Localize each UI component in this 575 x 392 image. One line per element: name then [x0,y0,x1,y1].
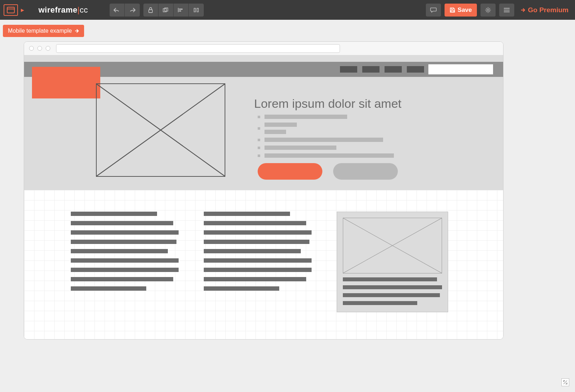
traffic-light-icon [29,46,34,51]
svg-rect-0 [7,7,14,13]
wireframe-canvas[interactable]: Lorem ipsum dolor sit amet [24,41,503,340]
duplicate-button[interactable] [158,4,174,17]
wireframe-hero-section[interactable]: Lorem ipsum dolor sit amet [24,55,503,190]
wireframe-search-box[interactable] [428,64,493,74]
comment-button[interactable] [426,4,441,17]
wireframe-secondary-button[interactable] [333,163,398,180]
arrow-right-icon [521,8,526,13]
svg-rect-2 [149,10,152,13]
mock-browser-chrome [24,42,503,55]
svg-rect-8 [194,8,196,12]
device-selector-button[interactable] [4,4,18,16]
cross-placeholder-icon [343,218,442,273]
settings-button[interactable] [480,4,496,17]
chat-icon [430,7,437,13]
svg-rect-6 [179,9,183,10]
resize-handle[interactable] [561,378,569,386]
cross-placeholder-icon [97,84,225,176]
wireframe-body-section[interactable] [24,190,503,339]
align-button[interactable] [174,4,189,17]
hamburger-icon [503,8,510,13]
distribute-icon [193,8,199,13]
chevron-right-icon: ▶ [21,8,24,13]
go-premium-link[interactable]: Go Premium [518,6,571,14]
lock-icon [148,7,153,13]
undo-redo-group [110,4,140,17]
duplicate-icon [163,8,169,13]
wireframe-primary-button[interactable] [258,163,322,180]
svg-rect-9 [197,8,198,12]
mock-url-bar [56,44,340,53]
distribute-button[interactable] [189,4,204,17]
brand-logo[interactable]: wireframe|cc [38,5,88,15]
wireframe-image-placeholder[interactable] [343,218,442,273]
undo-button[interactable] [110,4,125,17]
wireframe-nav-links[interactable] [340,66,424,73]
wireframe-image-placeholder[interactable] [96,83,225,177]
wireframe-logo-block[interactable] [32,67,100,98]
traffic-light-icon [46,46,50,51]
wireframe-text-column[interactable] [71,212,179,325]
browser-window-icon [7,7,15,13]
menu-button[interactable] [499,4,514,17]
lock-button[interactable] [143,4,158,17]
arrow-right-icon [75,29,79,33]
template-banner-chip[interactable]: Mobile template example [3,25,84,37]
gear-icon [485,7,491,13]
redo-icon [129,8,135,13]
edit-tools-group [143,4,204,17]
svg-point-10 [487,9,489,11]
svg-rect-7 [179,10,181,11]
align-icon [178,8,184,13]
floppy-icon [450,7,455,13]
app-toolbar: ▶ wireframe|cc [0,0,575,20]
save-button[interactable]: Save [445,4,477,17]
traffic-light-icon [37,46,42,51]
wireframe-card[interactable] [337,212,448,312]
wireframe-bullet-list[interactable] [258,115,460,161]
undo-icon [114,8,120,13]
redo-button[interactable] [125,4,140,17]
resize-icon [563,380,568,385]
wireframe-text-column[interactable] [204,212,312,325]
wireframe-hero-title[interactable]: Lorem ipsum dolor sit amet [254,97,401,111]
